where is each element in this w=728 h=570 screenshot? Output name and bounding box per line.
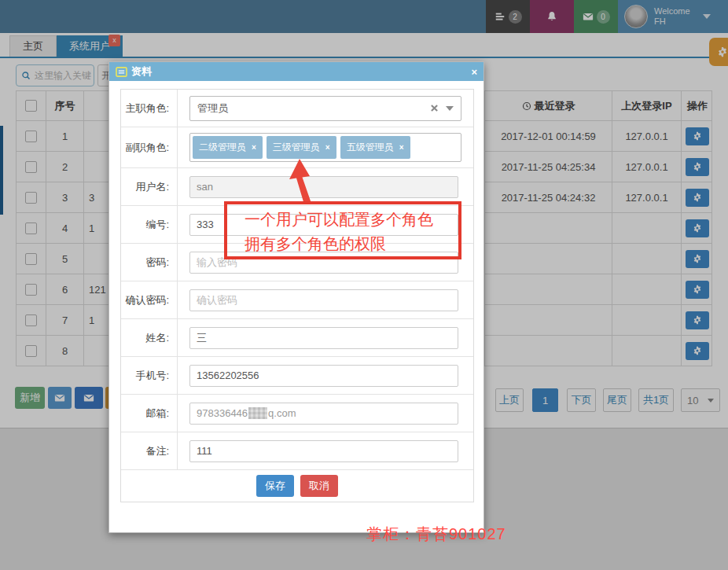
role-tag: 五级管理员 ×	[340, 136, 410, 159]
remark-field[interactable]	[189, 440, 458, 462]
email-suffix: q.com	[268, 407, 296, 419]
email-prefix: 978336446	[197, 407, 248, 419]
save-button[interactable]: 保存	[256, 475, 294, 497]
field-label: 邮箱:	[121, 395, 178, 432]
form-row-email: 邮箱: 978336446 q.com	[121, 395, 473, 432]
role-tag-label: 三级管理员	[273, 141, 320, 154]
field-label: 姓名:	[121, 319, 178, 356]
field-label: 副职角色:	[121, 127, 178, 167]
annotation-box: 一个用户可以配置多个角色 拥有多个角色的权限	[224, 201, 461, 259]
form-row-name: 姓名:	[121, 319, 473, 357]
annotation-line: 一个用户可以配置多个角色	[245, 208, 458, 232]
field-label: 确认密码:	[121, 281, 178, 318]
tag-remove-icon[interactable]: ×	[399, 143, 404, 152]
role-tag-label: 五级管理员	[347, 141, 394, 154]
tag-remove-icon[interactable]: ×	[325, 143, 330, 152]
username-field[interactable]	[189, 176, 458, 198]
field-label: 备注:	[121, 432, 178, 469]
cancel-button[interactable]: 取消	[300, 475, 338, 497]
sub-roles-multiselect[interactable]: 二级管理员 × 三级管理员 × 五级管理员 ×	[189, 133, 461, 162]
role-tag: 三级管理员 ×	[267, 136, 336, 159]
form-icon	[116, 67, 127, 77]
profile-form: 主职角色: 管理员 副职角色:	[120, 89, 474, 502]
form-row-remark: 备注:	[121, 432, 473, 470]
email-field[interactable]: 978336446 q.com	[189, 403, 458, 425]
modal-header: 资料 ×	[109, 62, 483, 81]
field-label: 编号:	[121, 206, 178, 243]
annotation-line: 拥有多个角色的权限	[245, 232, 458, 256]
name-field[interactable]	[189, 327, 458, 349]
form-row-main-role: 主职角色: 管理员	[121, 90, 473, 127]
main-role-value: 管理员	[197, 101, 228, 116]
password-confirm-field[interactable]	[189, 289, 458, 311]
tag-remove-icon[interactable]: ×	[252, 143, 256, 152]
annotation-arrow	[286, 157, 321, 206]
form-row-password-confirm: 确认密码:	[121, 281, 473, 319]
field-label: 主职角色:	[121, 90, 178, 127]
role-tag: 二级管理员 ×	[193, 136, 263, 159]
role-tag-label: 二级管理员	[199, 141, 246, 154]
chevron-down-icon[interactable]	[446, 106, 454, 111]
modal-close-button[interactable]: ×	[471, 67, 477, 77]
email-blur-patch	[248, 407, 267, 419]
clear-icon[interactable]	[431, 105, 438, 112]
phone-field[interactable]	[189, 365, 458, 387]
field-label: 手机号:	[121, 357, 178, 394]
screen: 2 0 Welcome FH 主页 系统用户 x 这里输入关键	[0, 0, 728, 570]
form-row-phone: 手机号:	[121, 357, 473, 395]
modal-title: 资料	[131, 64, 152, 79]
form-footer: 保存 取消	[121, 470, 473, 502]
main-role-select[interactable]: 管理员	[189, 96, 461, 121]
field-label: 用户名:	[121, 168, 178, 205]
watermark-text: 掌柜：青苔901027	[366, 524, 506, 545]
profile-modal: 资料 × 主职角色: 管理员 副职角色:	[108, 61, 484, 533]
field-label: 密码:	[121, 244, 178, 281]
